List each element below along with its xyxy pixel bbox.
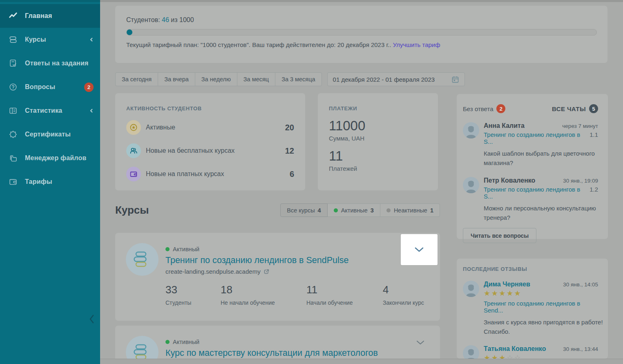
sidebar-item-file-manager[interactable]: Менеджер файлов [0,146,100,170]
period-month-button[interactable]: За месяц [237,72,275,86]
review-user-name[interactable]: Татьяна Коваленко [484,345,546,353]
payments-amount: 11000 [329,118,427,134]
sidebar-item-label: Ответы на задания [25,60,88,67]
courses-filter: Все курсы 4 Активные 3 Неактивные 1 [280,203,440,217]
stat-finished-value: 4 [383,284,424,296]
stat-students-value: 33 [165,284,221,296]
stat-started-label: Начали обучение [306,299,383,306]
chat-item[interactable]: Анна Калита через 7 минут Тренинг по соз… [463,122,598,168]
plan-info-text: Текущий тарифный план: "1000 студентов".… [126,41,597,48]
chat-time: через 7 минут [562,123,598,129]
chat-item[interactable]: Петр Коваленко 30 янв., 19:09 Тренинг по… [463,177,598,223]
unanswered-count-badge: 2 [496,104,505,113]
trend-icon [8,11,18,21]
sidebar-item-courses[interactable]: Курсы [0,28,100,51]
green-dot-icon [165,247,170,251]
calendar-icon [451,76,459,83]
courses-title: Курсы [115,204,149,217]
filter-active-courses-button[interactable]: Активные 3 [327,203,380,217]
rating-stars: ★★★★★ [484,289,598,298]
period-today-button[interactable]: За сегодня [115,72,158,86]
sidebar-item-certificates[interactable]: Сертификаты [0,123,100,146]
date-range-picker[interactable]: 01 декабря 2022 - 01 февраля 2023 [327,72,465,86]
sidebar-item-statistics[interactable]: Статистика [0,99,100,123]
chat-course-link[interactable]: Тренинг по созданию лендингов в S... [484,131,590,145]
date-range-value: 01 декабря 2022 - 01 февраля 2023 [333,76,435,83]
period-3months-button[interactable]: За 3 месяца [275,72,322,86]
reviews-title: ПОСЛЕДНИЕ ОТЗЫВЫ [463,266,598,272]
users-icon [126,143,141,158]
payments-card-title: ПЛАТЕЖИ [329,105,427,112]
chevron-left-icon [89,37,94,42]
avatar [463,177,479,193]
chats-header: Без ответа 2 ВСЕ ЧАТЫ 5 [463,104,598,113]
chats-panel: Без ответа 2 ВСЕ ЧАТЫ 5 Анна Калита чере… [457,94,608,239]
sidebar: Главная Курсы Ответы на задания [0,0,100,364]
sidebar-item-label: Вопросы [25,83,55,91]
read-all-questions-button[interactable]: Читать все вопросы [463,228,536,243]
review-course-link[interactable]: Тренинг по созданию лендингов в Send... [484,300,598,314]
gray-dot-icon [386,208,391,212]
course-status: Активный [165,246,433,252]
sidebar-item-label: Курсы [25,36,46,43]
stats-icon [8,106,18,116]
chat-course-link[interactable]: Тренинг по созданию лендингов в S... [484,186,590,200]
period-week-button[interactable]: За неделю [195,72,237,86]
sidebar-collapse-icon[interactable] [89,315,95,325]
chat-lesson-number: 1.2 [590,186,598,193]
chevron-left-icon [89,108,94,113]
stat-finished-label: Закончили курс [383,299,424,306]
all-chats-link[interactable]: ВСЕ ЧАТЫ [552,105,586,112]
sidebar-item-label: Тарифы [25,178,52,185]
chat-user-name: Анна Калита [484,122,525,130]
chat-lesson-number: 1.1 [590,131,598,138]
course-url[interactable]: create-landing.sendpulse.academy [165,268,433,275]
chevron-down-icon[interactable] [416,339,424,346]
filter-all-courses-button[interactable]: Все курсы 4 [280,203,327,217]
plan-banner-card: Студентов: 46 из 1000 Текущий тарифный п… [115,6,607,63]
course-title-link[interactable]: Курс по мастерству консультации для марк… [165,348,433,358]
students-total: из 1000 [171,16,194,23]
sidebar-item-answers[interactable]: Ответы на задания [0,51,100,75]
avatar [463,345,479,359]
external-link-icon [263,269,269,275]
stat-students-label: Студенты [165,299,221,306]
activity-row-new-free: Новые на бесплатных курсах 12 [126,143,294,158]
filter-inactive-courses-button[interactable]: Неактивные 1 [380,203,440,217]
stat-not-started-value: 18 [221,284,306,296]
review-user-name[interactable]: Дима Черняев [484,281,530,288]
horizontal-scrollbar[interactable] [100,359,623,364]
activity-row-active: Активные 20 [126,120,294,135]
payments-amount-label: Сумма, UAH [329,135,427,142]
chat-time: 30 янв., 19:09 [563,178,598,184]
activity-row-new-paid: Новые на платных курсах 6 [126,167,294,181]
upgrade-plan-link[interactable]: Улучшить тариф [393,41,440,48]
file-manager-icon [8,153,18,163]
sidebar-item-label: Менеджер файлов [25,154,87,162]
rating-stars: ★★★☆☆ [484,353,598,359]
sidebar-item-label: Сертификаты [25,131,71,138]
period-button-group: За сегодня За вчера За неделю За месяц З… [115,72,322,86]
plans-icon [8,177,18,187]
sidebar-item-questions[interactable]: Вопросы 2 [0,75,100,99]
period-yesterday-button[interactable]: За вчера [158,72,195,86]
chat-message: Какой шаблон выбрать для цветочного мага… [484,149,608,168]
question-circle-icon [8,82,18,92]
unanswered-label: Без ответа [463,105,493,112]
course-expand-button-highlighted[interactable] [401,234,438,265]
sidebar-item-home[interactable]: Главная [0,4,100,28]
course-title-link[interactable]: Тренинг по созданию лендингов в SendPuls… [165,255,433,266]
all-chats-count-badge: 5 [589,104,598,113]
period-filters: За сегодня За вчера За неделю За месяц З… [115,72,465,86]
review-item: Татьяна Коваленко 30 янв., 13:44 ★★★☆☆ Т… [463,345,598,359]
courses-section-header: Курсы Все курсы 4 Активные 3 Неактивные … [115,203,440,217]
students-label: Студентов: [126,16,160,23]
course-card: Активный Тренинг по созданию лендингов в… [115,233,440,321]
student-activity-card: АКТИВНОСТЬ СТУДЕНТОВ Активные 20 Новые н… [115,93,305,190]
payments-card: ПЛАТЕЖИ 11000 Сумма, UAH 11 Платежей [318,93,438,190]
sidebar-item-label: Главная [25,12,52,20]
chat-user-name: Петр Коваленко [484,177,535,184]
sidebar-item-plans[interactable]: Тарифы [0,170,100,194]
course-thumbnail-books-icon [126,243,159,276]
course-stats: 33 Студенты 18 Не начали обучение 11 Нач… [165,284,433,306]
